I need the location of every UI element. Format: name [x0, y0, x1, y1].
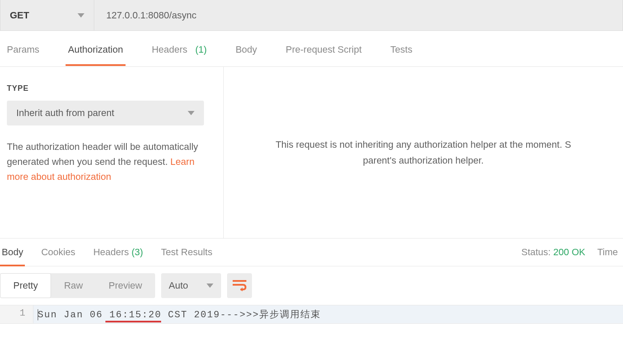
- tab-headers-count: (1): [195, 44, 207, 55]
- auth-desc-text: The authorization header will be automat…: [7, 141, 198, 167]
- time-label: Time: [597, 247, 618, 257]
- auth-description: The authorization header will be automat…: [7, 139, 204, 185]
- auth-right-panel: This request is not inheriting any autho…: [224, 67, 623, 238]
- request-url-value: 127.0.0.1:8080/async: [106, 10, 196, 21]
- chevron-down-icon: [78, 13, 84, 18]
- body-format-value: Auto: [169, 280, 188, 291]
- http-method-value: GET: [10, 10, 29, 21]
- view-preview[interactable]: Preview: [96, 273, 155, 298]
- line-number-gutter: 1: [0, 305, 33, 323]
- view-raw[interactable]: Raw: [51, 273, 96, 298]
- body-view-mode: Pretty Raw Preview: [0, 273, 155, 298]
- resp-tab-body[interactable]: Body: [0, 239, 25, 266]
- highlight-underline: [105, 321, 161, 322]
- tab-body[interactable]: Body: [233, 32, 260, 66]
- resp-tab-headers-label: Headers: [93, 247, 129, 258]
- code-text: Sun Jan 06 16:15:20 CST 2019--->>>异步调用结束: [38, 310, 321, 320]
- tab-headers[interactable]: Headers (1): [149, 32, 209, 66]
- chevron-down-icon: [188, 111, 195, 115]
- status-field: Status: 200 OK: [521, 247, 585, 258]
- status-label: Status:: [521, 247, 551, 257]
- tab-tests[interactable]: Tests: [388, 32, 415, 66]
- status-value: 200 OK: [553, 247, 585, 257]
- url-bar: GET 127.0.0.1:8080/async: [0, 0, 623, 31]
- resp-tab-cookies[interactable]: Cookies: [39, 239, 77, 266]
- wrap-icon: [233, 280, 246, 291]
- svg-rect-0: [233, 280, 246, 282]
- tab-authorization[interactable]: Authorization: [66, 32, 126, 66]
- body-format-select[interactable]: Auto: [161, 273, 221, 298]
- request-url-input[interactable]: 127.0.0.1:8080/async: [94, 0, 623, 31]
- request-tabs: Params Authorization Headers (1) Body Pr…: [0, 31, 623, 67]
- response-bar: Body Cookies Headers (3) Test Results St…: [0, 238, 623, 266]
- code-line[interactable]: Sun Jan 06 16:15:20 CST 2019--->>>异步调用结束: [33, 305, 623, 323]
- line-number: 1: [20, 308, 25, 319]
- chevron-down-icon: [207, 283, 213, 288]
- response-status: Status: 200 OK Time: [521, 247, 618, 258]
- authorization-panel: TYPE Inherit auth from parent The author…: [0, 67, 623, 238]
- auth-type-label: TYPE: [7, 84, 216, 93]
- auth-left-panel: TYPE Inherit auth from parent The author…: [0, 67, 224, 238]
- auth-right-line2: parent's authorization helper.: [363, 155, 484, 166]
- auth-type-value: Inherit auth from parent: [16, 107, 114, 119]
- tab-prerequest[interactable]: Pre-request Script: [283, 32, 364, 66]
- resp-tab-testresults[interactable]: Test Results: [159, 239, 214, 266]
- response-body: 1 Sun Jan 06 16:15:20 CST 2019--->>>异步调用…: [0, 305, 623, 324]
- wrap-lines-button[interactable]: [227, 273, 252, 298]
- auth-right-line1: This request is not inheriting any autho…: [276, 139, 571, 150]
- resp-tab-headers-count: (3): [132, 247, 143, 258]
- tab-headers-label: Headers: [152, 44, 187, 55]
- time-field: Time: [597, 247, 618, 258]
- resp-tab-headers[interactable]: Headers (3): [92, 239, 145, 266]
- view-pretty[interactable]: Pretty: [0, 273, 51, 298]
- body-toolbar: Pretty Raw Preview Auto: [0, 266, 623, 305]
- auth-type-select[interactable]: Inherit auth from parent: [7, 101, 204, 125]
- http-method-select[interactable]: GET: [0, 0, 94, 31]
- response-tabs: Body Cookies Headers (3) Test Results: [0, 239, 214, 266]
- tab-params[interactable]: Params: [4, 32, 42, 66]
